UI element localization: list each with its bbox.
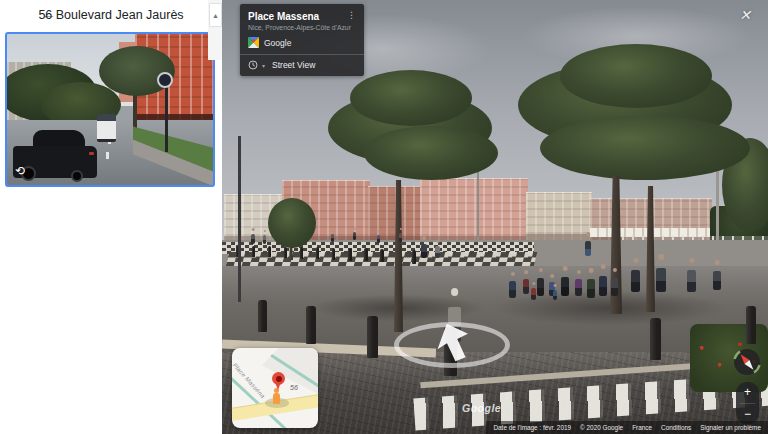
bollard xyxy=(380,249,384,262)
pedestrian xyxy=(712,260,722,290)
attribution-footer: Date de l'image : févr. 2019 © 2020 Goog… xyxy=(486,421,768,434)
street-lamp-globe xyxy=(234,115,246,127)
brand-label: Google xyxy=(264,38,291,48)
pedestrian xyxy=(420,236,428,258)
location-pin-icon xyxy=(272,372,285,385)
bollard xyxy=(348,248,352,261)
bollard xyxy=(412,250,416,264)
place-subtitle: Nice, Provence-Alpes-Côte d'Azur xyxy=(248,24,356,31)
panel-title: 56 Boulevard Jean Jaurès xyxy=(38,8,183,22)
compass-icon xyxy=(731,346,763,378)
pine-tree-canopy xyxy=(364,126,498,180)
minimap[interactable]: Place Masséna 56 xyxy=(232,348,318,428)
pedestrian xyxy=(560,266,570,296)
pedestrian xyxy=(686,258,697,292)
google-maps-window: ← 56 Boulevard Jean Jaurès xyxy=(0,0,768,434)
place-info-card: Place Massena ⋮ Nice, Provence-Alpes-Côt… xyxy=(240,4,364,76)
pedestrian xyxy=(330,230,335,242)
pedestrian xyxy=(508,272,517,298)
pine-tree-canopy xyxy=(350,70,472,126)
layer-label: Street View xyxy=(272,60,315,70)
thumb-round-sign xyxy=(157,72,173,88)
zoom-control: + − xyxy=(736,382,759,424)
caret-down-icon: ▾ xyxy=(262,62,265,69)
place-title: Place Massena xyxy=(248,11,319,22)
street-lamp-globe xyxy=(246,124,255,133)
small-tree xyxy=(268,198,316,248)
bollard xyxy=(306,306,316,344)
bollard xyxy=(364,248,368,261)
pedestrian xyxy=(610,268,619,296)
pedestrian xyxy=(630,258,641,292)
thumb-car-wheel xyxy=(71,170,83,182)
pedestrian-child xyxy=(552,284,558,300)
thumb-tree-right xyxy=(99,46,175,96)
street-lamp-globe xyxy=(225,124,234,133)
streetview-thumbnail[interactable]: ⟲ xyxy=(5,32,215,187)
bollard xyxy=(284,247,287,258)
pine-tree-canopy xyxy=(540,116,750,180)
thumb-white-van xyxy=(97,114,116,142)
pedestrian xyxy=(352,228,357,240)
thumb-car-taillight xyxy=(89,152,94,155)
country-label: France xyxy=(632,424,652,431)
google-logo-icon xyxy=(248,37,259,48)
building xyxy=(420,178,528,244)
pine-tree-canopy xyxy=(560,44,712,108)
pedestrian xyxy=(586,268,596,298)
streetview-canvas[interactable]: Place Massena ⋮ Nice, Provence-Alpes-Côt… xyxy=(222,0,768,434)
pedestrian xyxy=(522,270,530,294)
pedestrian xyxy=(574,270,583,296)
compass-control[interactable] xyxy=(731,346,763,378)
zoom-in-button[interactable]: + xyxy=(736,382,759,403)
divider xyxy=(240,54,364,55)
fountain-fence xyxy=(622,236,768,240)
image-date: Date de l'image : févr. 2019 xyxy=(493,424,571,431)
bollard xyxy=(332,248,335,260)
pedestrian xyxy=(376,230,381,243)
close-icon[interactable]: ✕ xyxy=(734,4,756,26)
pedestrian xyxy=(434,240,441,258)
copyright: © 2020 Google xyxy=(580,424,623,431)
time-machine-control[interactable]: ▾ Street View xyxy=(248,60,356,70)
pedestrian xyxy=(598,264,608,296)
pedestrian xyxy=(250,228,256,244)
bollard xyxy=(258,300,267,332)
navigation-target-ring[interactable] xyxy=(394,322,510,368)
scroll-up-icon: ▲ xyxy=(212,12,219,19)
street-lamp-finial xyxy=(237,106,242,115)
left-panel: ← 56 Boulevard Jean Jaurès xyxy=(0,0,222,434)
google-watermark: Google xyxy=(462,402,501,414)
bollard xyxy=(268,246,271,257)
clock-icon xyxy=(248,60,258,70)
pegman-icon xyxy=(273,393,280,404)
minimap-address-label: 56 xyxy=(290,384,298,391)
bollard xyxy=(316,247,319,259)
bollard xyxy=(746,306,756,344)
terms-link[interactable]: Conditions xyxy=(661,424,691,431)
overflow-menu-icon[interactable]: ⋮ xyxy=(347,11,356,20)
pedestrian xyxy=(398,228,403,242)
report-problem-link[interactable]: Signaler un problème xyxy=(700,424,761,431)
pedestrian xyxy=(655,254,667,292)
bollard xyxy=(367,316,378,358)
bollard xyxy=(252,246,255,257)
street-lamp-pole xyxy=(238,136,241,302)
thumb-lane-dash xyxy=(106,152,109,159)
thumb-sign-pole xyxy=(165,78,168,152)
bollard xyxy=(300,247,303,259)
google-maps-link[interactable]: Google xyxy=(248,37,356,48)
building xyxy=(526,192,592,242)
pan-360-icon[interactable]: ⟲ xyxy=(15,164,25,178)
pedestrian-child xyxy=(530,282,537,300)
pedestrian xyxy=(262,230,267,244)
scroll-up-button[interactable]: ▲ xyxy=(209,3,222,27)
bollard xyxy=(650,318,661,360)
navigation-arrow-icon xyxy=(421,319,483,365)
pedestrian xyxy=(536,268,545,296)
pedestrian xyxy=(584,232,592,256)
panel-header: ← 56 Boulevard Jean Jaurès xyxy=(0,0,222,30)
